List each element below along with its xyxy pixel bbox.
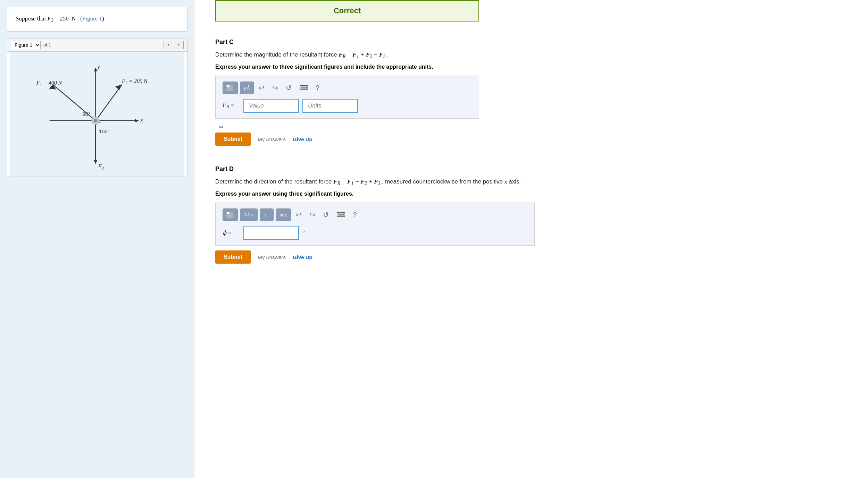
part-d-description: Determine the direction of the resultant… xyxy=(215,177,847,187)
matrix-button-c[interactable] xyxy=(223,82,238,94)
matrix-icon-c xyxy=(226,85,234,91)
svg-text:150°: 150° xyxy=(99,128,110,134)
part-c-toolbar: μÅ ↩ ↪ ↺ ⌨ ? xyxy=(223,82,472,94)
updown-button-d[interactable]: ↕↓ xyxy=(260,208,274,221)
my-answers-d: My Answers xyxy=(258,254,286,260)
value-input-c[interactable] xyxy=(243,99,299,113)
svg-rect-24 xyxy=(230,88,233,91)
phi-input-d[interactable] xyxy=(243,226,299,240)
give-up-link-d[interactable]: Give Up xyxy=(293,254,312,260)
problem-text: Suppose that F3 = 250 N . (Figure 1) xyxy=(16,15,104,22)
divider-2 xyxy=(215,157,847,157)
part-c-input-row: FR = xyxy=(223,99,472,113)
part-c-description: Determine the magnitude of the resultant… xyxy=(215,50,847,60)
part-c-answer-box: μÅ ↩ ↪ ↺ ⌨ ? FR = xyxy=(215,76,479,119)
svg-text:90°: 90° xyxy=(82,111,90,117)
part-d-label: Part D xyxy=(215,165,847,173)
svg-rect-22 xyxy=(230,85,233,87)
figure-header: Figure 1 of 1 ‹ › xyxy=(7,39,187,52)
svg-rect-25 xyxy=(227,212,229,214)
figure-of-label: of 1 xyxy=(43,42,51,48)
svg-point-20 xyxy=(94,119,97,122)
part-c-section: Part C Determine the magnitude of the re… xyxy=(215,39,847,146)
part-d-input-row: ϕ = ° xyxy=(223,226,527,240)
undo-button-d[interactable]: ↩ xyxy=(293,209,304,220)
part-c-instruction: Express your answer to three significant… xyxy=(215,64,847,70)
svg-text:y: y xyxy=(97,63,100,70)
keyboard-button-c[interactable]: ⌨ xyxy=(297,83,311,93)
my-answers-c: My Answers xyxy=(258,136,286,142)
redo-button-d[interactable]: ↪ xyxy=(307,209,318,220)
alpha-button-d[interactable]: ΑΣφ xyxy=(240,208,258,221)
svg-rect-0 xyxy=(10,52,184,177)
give-up-link-c[interactable]: Give Up xyxy=(293,136,312,142)
svg-rect-21 xyxy=(227,85,229,87)
mu-button-c[interactable]: μÅ xyxy=(240,82,254,94)
problem-statement: Suppose that F3 = 250 N . (Figure 1) xyxy=(7,7,187,32)
svg-rect-27 xyxy=(227,215,229,217)
help-button-c[interactable]: ? xyxy=(313,83,322,93)
help-button-d[interactable]: ? xyxy=(350,210,359,220)
units-input-c[interactable] xyxy=(302,99,358,113)
figure-container: Figure 1 of 1 ‹ › x xyxy=(7,39,187,177)
figure-svg: x y F1 = 400 N F2 = 200 N xyxy=(7,52,187,177)
vec-button-d[interactable]: vec xyxy=(276,208,291,221)
reset-button-c[interactable]: ↺ xyxy=(283,82,294,93)
left-panel: Suppose that F3 = 250 N . (Figure 1) Fig… xyxy=(0,0,194,478)
matrix-button-d[interactable] xyxy=(223,208,238,221)
figure-diagram: x y F1 = 400 N F2 = 200 N xyxy=(7,52,187,177)
svg-rect-23 xyxy=(227,88,229,91)
keyboard-button-d[interactable]: ⌨ xyxy=(334,210,348,220)
redo-button-c[interactable]: ↪ xyxy=(269,82,281,93)
next-figure-button[interactable]: › xyxy=(174,41,184,49)
part-d-math: FR = F1 + F2 + F3 xyxy=(333,178,382,185)
part-c-math: FR = F1 + F2 + F3 xyxy=(339,51,387,58)
divider-1 xyxy=(215,30,847,30)
x-axis-label: x xyxy=(504,178,507,185)
submit-button-c[interactable]: Submit xyxy=(215,133,251,146)
correct-banner: Correct xyxy=(215,0,479,22)
reset-button-d[interactable]: ↺ xyxy=(320,209,332,220)
undo-button-c[interactable]: ↩ xyxy=(256,82,267,93)
fr-label-c: FR = xyxy=(223,102,240,110)
submit-button-d[interactable]: Submit xyxy=(215,250,251,264)
part-d-instruction: Express your answer using three signific… xyxy=(215,191,847,197)
edit-pencil-c[interactable]: ✏ xyxy=(219,124,224,131)
part-d-submit-row: Submit My Answers Give Up xyxy=(215,250,847,264)
figure-select[interactable]: Figure 1 xyxy=(11,41,41,49)
figure-nav: ‹ › xyxy=(164,41,184,49)
matrix-icon-d xyxy=(226,212,234,218)
prev-figure-button[interactable]: ‹ xyxy=(164,41,173,49)
right-panel: Correct Part C Determine the magnitude o… xyxy=(194,0,868,478)
svg-rect-26 xyxy=(230,212,233,214)
figure-link[interactable]: Figure 1 xyxy=(82,15,102,22)
svg-text:x: x xyxy=(140,116,143,123)
part-d-answer-box: ΑΣφ ↕↓ vec ↩ ↪ ↺ ⌨ ? ϕ = ° xyxy=(215,203,535,246)
part-d-toolbar: ΑΣφ ↕↓ vec ↩ ↪ ↺ ⌨ ? xyxy=(223,208,527,221)
part-c-label: Part C xyxy=(215,39,847,46)
part-c-submit-row: Submit My Answers Give Up xyxy=(215,133,847,146)
phi-label-d: ϕ = xyxy=(223,229,240,237)
correct-text: Correct xyxy=(230,6,465,15)
svg-rect-28 xyxy=(230,215,233,217)
part-d-section: Part D Determine the direction of the re… xyxy=(215,165,847,264)
degree-symbol-d: ° xyxy=(302,229,305,236)
f3-var: F3 xyxy=(48,15,53,22)
